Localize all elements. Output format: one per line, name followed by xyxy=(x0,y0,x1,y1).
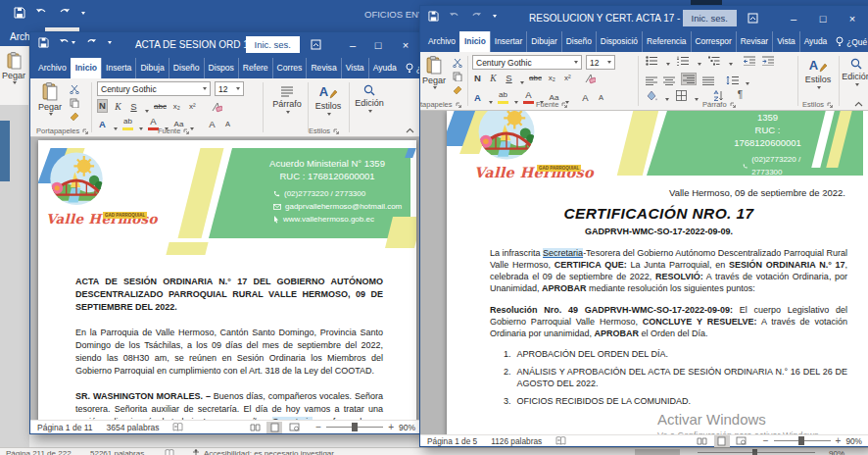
tab-ayuda[interactable]: Ayuda xyxy=(368,58,401,78)
tab-inicio[interactable]: Inicio xyxy=(71,58,101,78)
undo-icon[interactable] xyxy=(35,8,48,19)
cut-icon[interactable] xyxy=(70,84,79,94)
superscript-button[interactable]: x² xyxy=(187,101,198,113)
align-left-icon[interactable] xyxy=(646,76,657,85)
bold-button[interactable]: N xyxy=(472,73,483,84)
paragraph-compressed-button[interactable]: Párrafo xyxy=(269,86,305,114)
borders-icon[interactable] xyxy=(676,90,687,101)
styles-button[interactable]: A Estilos xyxy=(313,84,344,116)
background-status-page[interactable]: Página 211 de 222 xyxy=(6,449,72,455)
editing-button[interactable]: Edición xyxy=(352,84,387,113)
background-status-accessibility[interactable]: Accesibilidad: es necesario investigar xyxy=(204,449,334,455)
resolucion-document-area[interactable]: Valle Hermoso GAD PARROQUIAL Acuerdo Min… xyxy=(420,111,868,434)
resolucion-status-words[interactable]: 1126 palabras xyxy=(491,436,542,446)
redo-icon[interactable] xyxy=(85,38,97,48)
collapse-ribbon-icon[interactable] xyxy=(854,101,863,107)
qat-customize-icon[interactable] xyxy=(493,15,497,18)
clear-formatting-icon[interactable] xyxy=(211,102,222,113)
bullets-icon[interactable] xyxy=(646,56,658,66)
web-layout-view-button[interactable] xyxy=(734,435,749,447)
underline-caret-icon[interactable] xyxy=(520,81,524,84)
underline-button[interactable]: S xyxy=(504,73,514,84)
read-mode-view-button[interactable] xyxy=(247,422,263,433)
tab-revisar[interactable]: Revisar xyxy=(736,31,772,52)
show-paragraph-marks-button[interactable]: ¶ xyxy=(735,89,746,101)
close-button[interactable]: × xyxy=(393,32,418,58)
minimize-button[interactable]: – xyxy=(781,6,806,31)
acta-document-body[interactable]: ACTA DE SESIÓN ORDINARIA N.° 17 DEL GOBI… xyxy=(75,276,383,420)
tell-me-search[interactable]: ¿Qué des xyxy=(831,31,868,52)
multilevel-list-icon[interactable] xyxy=(708,56,721,66)
zoom-in-button[interactable]: + xyxy=(836,435,842,446)
tab-correspondencia[interactable]: Correspor xyxy=(691,31,736,52)
dialog-launcher-icon[interactable] xyxy=(827,102,833,108)
qat-customize-icon[interactable] xyxy=(81,12,85,15)
proofing-icon[interactable] xyxy=(555,436,566,445)
tab-disposicion[interactable]: Disposició xyxy=(596,31,642,52)
maximize-button[interactable]: □ xyxy=(810,6,836,31)
font-name-select[interactable]: Century Gothic xyxy=(472,55,582,70)
tab-diseno[interactable]: Diseño xyxy=(169,58,204,78)
read-mode-view-button[interactable] xyxy=(695,435,710,447)
proofing-icon[interactable] xyxy=(172,423,183,431)
superscript-button[interactable]: x² xyxy=(562,73,573,84)
undo-icon[interactable] xyxy=(59,38,75,48)
paste-button[interactable]: Pegar xyxy=(38,82,62,116)
background-zoom-level[interactable]: 90% xyxy=(829,449,844,455)
tab-revisar[interactable]: Revisa xyxy=(306,58,340,78)
acta-status-words[interactable]: 3654 palabras xyxy=(107,423,160,432)
tab-diseno[interactable]: Diseño xyxy=(561,31,596,52)
sign-in-button[interactable]: Inic. ses. xyxy=(246,36,301,53)
grow-font-button[interactable]: A xyxy=(580,92,591,104)
font-color-button[interactable]: A xyxy=(523,89,534,104)
italic-button[interactable]: K xyxy=(488,73,499,84)
zoom-slider[interactable] xyxy=(326,427,383,428)
resolucion-document-body[interactable]: La infrascrita Secretaria-Tesorera del G… xyxy=(490,247,847,407)
ribbon-display-options-icon[interactable] xyxy=(747,13,773,26)
subscript-button[interactable]: x₂ xyxy=(171,101,182,113)
tab-insertar[interactable]: Inserta xyxy=(101,58,135,78)
text-effects-button[interactable]: A xyxy=(97,119,108,130)
decrease-indent-icon[interactable] xyxy=(744,56,755,66)
close-button[interactable]: × xyxy=(840,6,865,31)
save-icon[interactable] xyxy=(14,7,25,19)
tab-correspondencia[interactable]: Corres xyxy=(272,58,307,78)
strikethrough-button[interactable]: abc xyxy=(154,101,167,113)
underline-caret-icon[interactable] xyxy=(145,110,149,113)
dialog-launcher-icon[interactable] xyxy=(333,128,339,134)
bold-button[interactable]: N xyxy=(97,99,108,113)
tab-disposicion[interactable]: Dispos xyxy=(204,58,238,78)
tab-vista[interactable]: Vista xyxy=(341,58,368,78)
zoom-slider-thumb[interactable] xyxy=(798,436,804,445)
format-painter-icon[interactable] xyxy=(70,112,79,122)
background-zoom-thumb[interactable] xyxy=(752,449,757,455)
redo-icon[interactable] xyxy=(58,8,71,19)
save-icon[interactable] xyxy=(38,37,49,48)
shrink-font-button[interactable]: A xyxy=(596,92,606,104)
dialog-launcher-icon[interactable] xyxy=(456,102,461,108)
paste-button[interactable]: Pegar xyxy=(2,52,25,84)
highlight-color-button[interactable]: ab xyxy=(498,89,508,104)
format-painter-icon[interactable] xyxy=(453,85,462,95)
shading-icon[interactable] xyxy=(646,90,657,101)
proofing-icon[interactable] xyxy=(165,449,174,455)
save-icon[interactable] xyxy=(428,11,439,22)
tab-inicio[interactable]: Inicio xyxy=(459,31,490,52)
text-effects-button[interactable]: A xyxy=(472,92,483,104)
acta-status-page[interactable]: Página 1 de 11 xyxy=(37,423,93,432)
tab-referencias[interactable]: Referencia xyxy=(642,31,691,52)
print-layout-view-button[interactable] xyxy=(266,422,282,433)
zoom-slider-thumb[interactable] xyxy=(352,423,358,431)
zoom-in-button[interactable]: + xyxy=(388,422,394,432)
dialog-launcher-icon[interactable] xyxy=(183,128,189,134)
font-size-select[interactable]: 12 xyxy=(215,81,244,96)
clear-formatting-icon[interactable] xyxy=(584,74,596,84)
acta-page[interactable]: Valle Hermoso GAD PARROQUIAL Acuerdo Min… xyxy=(38,140,416,420)
print-layout-view-button[interactable] xyxy=(714,435,730,447)
sign-in-button[interactable]: Inic. ses. xyxy=(683,10,738,26)
font-size-select[interactable]: 12 xyxy=(586,55,615,70)
styles-button[interactable]: A Estilos xyxy=(802,58,834,89)
resolucion-page[interactable]: Valle Hermoso GAD PARROQUIAL Acuerdo Min… xyxy=(447,111,868,434)
italic-button[interactable]: K xyxy=(113,101,123,113)
acta-zoom-level[interactable]: 90% xyxy=(399,423,415,432)
